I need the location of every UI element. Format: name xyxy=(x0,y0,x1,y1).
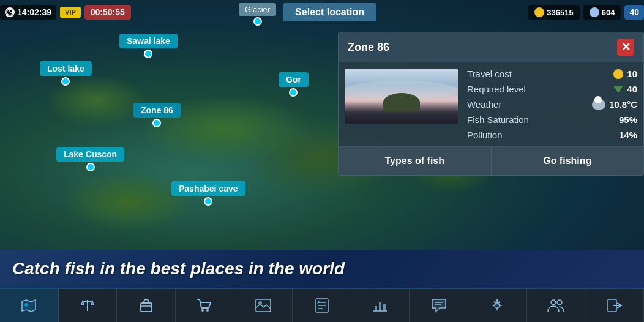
nav-item-checklist[interactable] xyxy=(293,289,351,322)
weather-value: 10.8°C xyxy=(592,99,637,110)
svg-point-3 xyxy=(24,303,28,307)
top-right: 336515 604 40 xyxy=(528,5,644,20)
zone-panel-body: Travel cost 10 Required level 40 Weather… xyxy=(339,62,643,146)
pollution-value: 14% xyxy=(619,130,637,140)
fish-saturation-label: Fish Saturation xyxy=(467,114,529,125)
diamond-icon xyxy=(590,7,599,17)
level-badge: 40 xyxy=(624,5,644,20)
clock-icon xyxy=(5,7,15,17)
scales-icon xyxy=(79,297,96,314)
zone-image xyxy=(345,69,458,124)
travel-cost-row: Travel cost 10 xyxy=(467,69,637,79)
time-value: 14:02:39 xyxy=(17,7,51,17)
bottom-nav xyxy=(0,288,644,322)
required-level-row: Required level 40 xyxy=(467,84,637,94)
coins-display: 336515 xyxy=(528,5,579,20)
zone-panel-footer: Types of fish Go fishing xyxy=(339,146,643,175)
zone-panel-title: Zone 86 xyxy=(348,41,389,54)
required-level-value: 40 xyxy=(613,84,637,94)
svg-rect-6 xyxy=(141,303,152,312)
weather-label: Weather xyxy=(467,99,501,110)
timer-value: 00:50:55 xyxy=(91,7,125,17)
pollution-label: Pollution xyxy=(467,130,503,140)
zone-stats: Travel cost 10 Required level 40 Weather… xyxy=(467,69,637,140)
nav-item-settings[interactable] xyxy=(468,289,527,322)
coins-value: 336515 xyxy=(547,8,573,17)
location-pin-cuscon[interactable]: Lake Cuscon xyxy=(56,147,124,171)
coin-icon xyxy=(534,7,544,17)
timer-display: 00:50:55 xyxy=(84,5,131,20)
bottom-banner: Catch fish in the best places in the wor… xyxy=(0,250,644,288)
pollution-row: Pollution 14% xyxy=(467,130,637,140)
required-level-label: Required level xyxy=(467,84,526,94)
nav-item-people[interactable] xyxy=(527,289,586,322)
location-pin-lost[interactable]: Lost lake xyxy=(40,61,92,86)
settings-icon xyxy=(489,297,506,314)
pin-dot-zone86 xyxy=(152,119,161,127)
pin-dot-cuscon xyxy=(86,163,95,171)
exit-icon xyxy=(606,297,623,314)
nav-item-bag[interactable] xyxy=(117,289,176,322)
travel-cost-coin-icon xyxy=(613,69,623,79)
zone-panel: Zone 86 ✕ Travel cost 10 Required level … xyxy=(338,32,644,176)
nav-item-chat[interactable] xyxy=(410,289,468,322)
top-bar: 14:02:39 VIP 00:50:55 Select location 33… xyxy=(0,0,644,24)
location-label-cuscon: Lake Cuscon xyxy=(56,147,124,162)
zone-image-island xyxy=(383,93,420,111)
fish-saturation-value: 95% xyxy=(619,114,637,125)
svg-rect-17 xyxy=(375,306,377,311)
fish-saturation-row: Fish Saturation 95% xyxy=(467,114,637,125)
svg-point-8 xyxy=(201,309,204,312)
nav-item-gallery[interactable] xyxy=(234,289,293,322)
pin-dot-pashabei xyxy=(204,197,212,206)
chat-icon xyxy=(430,297,447,314)
map-icon xyxy=(20,297,37,314)
location-label-zone86: Zone 86 xyxy=(133,103,181,118)
cart-icon xyxy=(196,297,213,314)
vip-label: VIP xyxy=(65,9,76,16)
travel-cost-label: Travel cost xyxy=(467,69,512,79)
clock-display: 14:02:39 xyxy=(0,5,56,20)
nav-item-exit[interactable] xyxy=(585,289,644,322)
location-label-pashabei: Pashabei cave xyxy=(171,181,245,196)
people-icon xyxy=(547,297,564,314)
location-pin-zone86[interactable]: Zone 86 xyxy=(133,103,181,127)
zone-panel-header: Zone 86 ✕ xyxy=(339,32,643,62)
vip-badge: VIP xyxy=(60,7,81,18)
nav-item-chart[interactable] xyxy=(351,289,410,322)
nav-item-cart[interactable] xyxy=(176,289,234,322)
banner-text: Catch fish in the best places in the wor… xyxy=(12,259,345,279)
svg-point-23 xyxy=(551,300,556,305)
svg-point-24 xyxy=(557,300,562,305)
svg-rect-18 xyxy=(379,302,381,311)
pin-dot-lost xyxy=(61,77,70,86)
gallery-icon xyxy=(255,297,272,314)
nav-item-map[interactable] xyxy=(0,289,59,322)
bag-icon xyxy=(138,297,155,314)
location-label-gor: Gor xyxy=(279,72,309,87)
pin-dot-sawai xyxy=(144,50,152,58)
level-arrow-icon xyxy=(613,86,623,93)
types-of-fish-button[interactable]: Types of fish xyxy=(339,147,492,175)
select-location-label: Select location xyxy=(283,3,376,21)
level-value: 40 xyxy=(629,7,639,17)
location-label-sawai: Sawai lake xyxy=(119,34,178,48)
weather-icon xyxy=(592,100,605,110)
location-pin-sawai[interactable]: Sawai lake xyxy=(119,34,178,58)
pin-dot-gor xyxy=(289,88,298,97)
location-pin-pashabei[interactable]: Pashabei cave xyxy=(171,181,245,206)
travel-cost-value: 10 xyxy=(613,69,637,79)
chart-icon xyxy=(372,297,389,314)
diamonds-display: 604 xyxy=(583,5,621,20)
checklist-icon xyxy=(313,297,331,314)
location-label-lost: Lost lake xyxy=(40,61,92,76)
go-fishing-button[interactable]: Go fishing xyxy=(492,147,644,175)
top-left: 14:02:39 VIP 00:50:55 xyxy=(0,5,131,20)
close-button[interactable]: ✕ xyxy=(617,39,634,56)
svg-point-9 xyxy=(206,309,209,312)
location-pin-gor[interactable]: Gor xyxy=(279,72,309,97)
weather-row: Weather 10.8°C xyxy=(467,99,637,110)
svg-rect-19 xyxy=(383,304,386,311)
diamonds-value: 604 xyxy=(602,8,615,17)
nav-item-scales[interactable] xyxy=(59,289,118,322)
